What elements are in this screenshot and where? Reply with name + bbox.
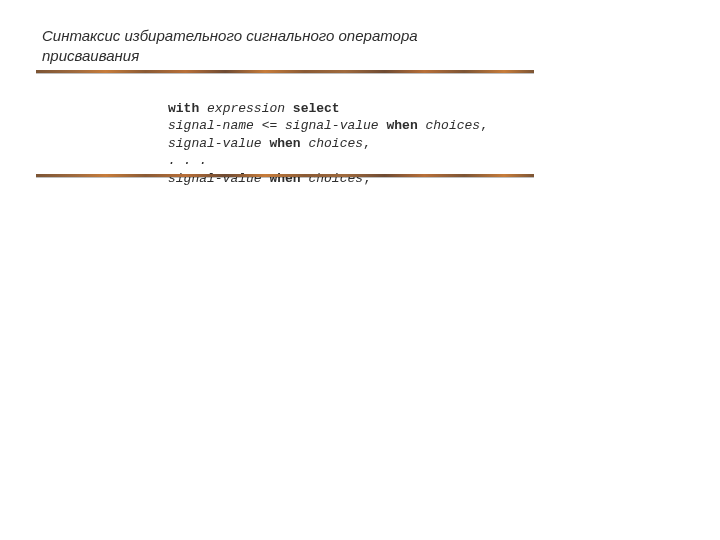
tok-signal-name: signal-name <box>168 118 254 133</box>
tok-signal-value: signal-value <box>285 118 379 133</box>
code-block: with expression select signal-name <= si… <box>168 82 548 187</box>
code-line-3: signal-value when choices, <box>168 136 371 151</box>
slide: Синтаксис избирательного сигнального опе… <box>0 0 720 540</box>
tok-choices: choices <box>308 171 363 186</box>
slide-title: Синтаксис избирательного сигнального опе… <box>42 26 462 67</box>
tok-comma: , <box>480 118 488 133</box>
tok-arrow: <= <box>254 118 285 133</box>
tok-comma: , <box>363 136 371 151</box>
code-line-4: . . . <box>168 153 207 168</box>
code-line-1: with expression select <box>168 101 340 116</box>
tok-semicolon: ; <box>363 171 371 186</box>
kw-when: when <box>269 171 300 186</box>
divider-bottom <box>36 174 534 177</box>
tok-signal-value: signal-value <box>168 136 262 151</box>
tok-choices: choices <box>426 118 481 133</box>
kw-when: when <box>386 118 417 133</box>
kw-with: with <box>168 101 199 116</box>
kw-select: select <box>293 101 340 116</box>
tok-ellipsis: . . . <box>168 153 207 168</box>
divider-top <box>36 70 534 73</box>
code-line-5: signal-value when choices; <box>168 171 371 186</box>
tok-expression: expression <box>207 101 285 116</box>
tok-choices: choices <box>308 136 363 151</box>
kw-when: when <box>269 136 300 151</box>
tok-signal-value: signal-value <box>168 171 262 186</box>
code-line-2: signal-name <= signal-value when choices… <box>168 118 488 133</box>
